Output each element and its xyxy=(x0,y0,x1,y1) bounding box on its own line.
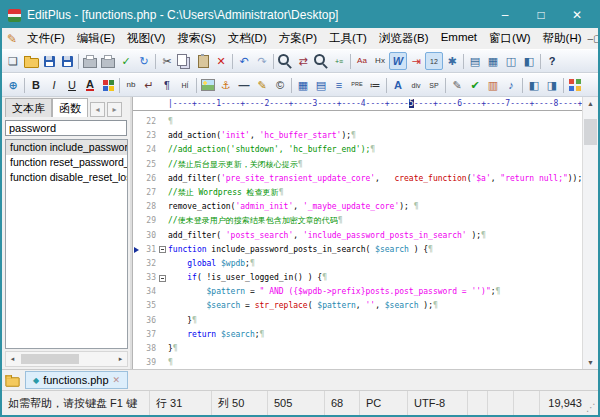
print-button[interactable] xyxy=(99,52,117,70)
list-tag-button[interactable]: ≔ xyxy=(366,76,384,94)
hscroll-right-arrow-icon[interactable]: ▸ xyxy=(114,355,127,363)
code-editor[interactable]: 22¶23add_action('init', 'hc_buffer_start… xyxy=(133,111,582,369)
window-list-button[interactable]: ▤ xyxy=(466,52,484,70)
menu-item-5[interactable]: 方案(P) xyxy=(273,29,323,48)
mdi-restore-button[interactable]: ▢ xyxy=(593,33,600,44)
copy-button[interactable] xyxy=(176,52,194,70)
menu-item-8[interactable]: Emmet xyxy=(435,29,483,48)
select-browser-button[interactable] xyxy=(566,76,584,94)
font-button[interactable]: Aa xyxy=(353,52,371,70)
font-color-button[interactable]: A xyxy=(81,76,99,94)
open-file-button[interactable] xyxy=(22,52,40,70)
function-list-item[interactable]: function disable_reset_lost_password xyxy=(6,170,127,185)
sidebar-hscrollbar[interactable]: ◂ ▸ xyxy=(5,351,128,367)
tab-functions-php[interactable]: ◆ functions.php ✕ xyxy=(25,371,128,389)
eol-mark: ¶ xyxy=(298,160,303,169)
browser-preview-button[interactable]: ⊕ xyxy=(4,76,22,94)
hscroll-thumb[interactable] xyxy=(21,354,79,364)
print-preview-button[interactable] xyxy=(81,52,99,70)
tab-close-icon[interactable]: ✕ xyxy=(113,375,121,385)
font-tag-button[interactable]: A xyxy=(389,76,407,94)
vscroll-down-arrow-icon[interactable]: ▼ xyxy=(587,356,594,369)
italic-button[interactable]: I xyxy=(45,76,63,94)
color-picker-button[interactable] xyxy=(99,76,117,94)
table-row-button[interactable]: ▤ xyxy=(312,76,330,94)
bold-button[interactable]: B xyxy=(27,76,45,94)
spell-check-button[interactable]: ✓ xyxy=(117,52,135,70)
menu-item-7[interactable]: 浏览器(B) xyxy=(373,29,435,48)
validate-button[interactable]: ✔ xyxy=(466,76,484,94)
toggle-sidebar-button[interactable]: ◧ xyxy=(525,76,543,94)
paste-button[interactable] xyxy=(194,52,212,70)
sidebar-tab-scroll-right-icon[interactable]: ▸ xyxy=(107,102,122,117)
word-wrap-button[interactable]: W xyxy=(389,52,407,70)
maximize-button[interactable]: □ xyxy=(526,8,556,22)
div-tag-button[interactable]: div xyxy=(407,76,425,94)
sidebar-tab-cliptext[interactable]: 文本库 xyxy=(5,98,52,117)
menu-item-0[interactable]: 文件(F) xyxy=(21,29,71,48)
align-center-button[interactable]: ≡ xyxy=(330,76,348,94)
toggle-marker-button[interactable]: +≡ xyxy=(330,52,348,70)
heading-button[interactable]: HÍ xyxy=(176,76,194,94)
delete-button[interactable]: ✕ xyxy=(212,52,230,70)
reload-button[interactable]: ↻ xyxy=(135,52,153,70)
menu-item-3[interactable]: 搜索(S) xyxy=(171,29,221,48)
insert-media-button[interactable]: ▥ xyxy=(484,76,502,94)
fold-collapse-icon[interactable] xyxy=(156,275,168,282)
save-all-button[interactable] xyxy=(58,52,76,70)
span-tag-button[interactable]: SP xyxy=(425,76,443,94)
hex-viewer-button[interactable]: Hx xyxy=(371,52,389,70)
vscroll-up-arrow-icon[interactable]: ▲ xyxy=(587,97,594,110)
menu-item-9[interactable]: 窗口(W) xyxy=(483,29,537,48)
context-help-button[interactable]: ? xyxy=(543,52,561,70)
paragraph-button[interactable]: ¶ xyxy=(158,76,176,94)
menu-item-6[interactable]: 工具(T) xyxy=(323,29,373,48)
horizontal-rule-button[interactable]: — xyxy=(235,76,253,94)
window-tile-button[interactable]: ▦ xyxy=(484,52,502,70)
vscroll-thumb[interactable] xyxy=(584,119,597,145)
anchor-button[interactable]: ⚓ xyxy=(217,76,235,94)
edit-source-button[interactable]: ✎ xyxy=(448,76,466,94)
compose-button[interactable]: ✎ xyxy=(253,76,271,94)
window-cascade-button[interactable]: ◫ xyxy=(502,52,520,70)
find-button[interactable] xyxy=(276,52,294,70)
resize-grip-icon[interactable]: ⋰ xyxy=(586,403,596,413)
sidebar-tab-functions[interactable]: 函数 xyxy=(52,98,88,117)
auto-indent-button[interactable]: ⇥ xyxy=(407,52,425,70)
close-button[interactable]: ✕ xyxy=(562,8,592,22)
pre-tag-button[interactable]: PRE xyxy=(348,76,366,94)
minimize-button[interactable]: – xyxy=(490,8,520,22)
select-browser-icon xyxy=(569,79,581,91)
undo-button[interactable]: ↶ xyxy=(235,52,253,70)
function-list-item[interactable]: function reset_password_message xyxy=(6,155,127,170)
find-in-files-button[interactable] xyxy=(312,52,330,70)
insert-table-button[interactable]: ▦ xyxy=(294,76,312,94)
line-numbers-button[interactable]: 12 xyxy=(425,52,443,70)
title-bar: EditPlus - [functions.php - C:\Users\Adm… xyxy=(2,2,598,28)
menu-item-10[interactable]: 帮助(H) xyxy=(537,29,588,48)
new-file-button[interactable]: ❏ xyxy=(4,52,22,70)
save-button[interactable] xyxy=(40,52,58,70)
menu-item-1[interactable]: 编辑(E) xyxy=(71,29,121,48)
redo-button[interactable]: ↷ xyxy=(253,52,271,70)
fold-collapse-icon[interactable] xyxy=(156,246,168,253)
sidebar-tab-scroll-left-icon[interactable]: ◂ xyxy=(90,102,105,117)
underline-button[interactable]: U xyxy=(63,76,81,94)
function-search-input[interactable] xyxy=(5,120,127,136)
function-list-item[interactable]: function include_password_posts_in_searc… xyxy=(6,140,127,155)
line-break-button[interactable]: ↵ xyxy=(140,76,158,94)
menu-item-4[interactable]: 文档(D) xyxy=(222,29,273,48)
cut-button[interactable]: ✂ xyxy=(158,52,176,70)
folder-icon[interactable] xyxy=(5,377,19,387)
browser-window-button[interactable]: ◧ xyxy=(520,52,538,70)
insert-music-button[interactable]: ♪ xyxy=(502,76,520,94)
replace-button[interactable]: ⇄ xyxy=(294,52,312,70)
toggle-output-button[interactable]: ◨ xyxy=(543,76,561,94)
menu-item-2[interactable]: 视图(V) xyxy=(121,29,171,48)
copyright-button[interactable]: © xyxy=(271,76,289,94)
editor-vscrollbar[interactable]: ▲ ▼ xyxy=(582,97,598,369)
preferences-button[interactable]: ✱ xyxy=(443,52,461,70)
hscroll-left-arrow-icon[interactable]: ◂ xyxy=(6,355,19,363)
nbsp-button[interactable]: nb xyxy=(122,76,140,94)
insert-image-button[interactable] xyxy=(199,76,217,94)
